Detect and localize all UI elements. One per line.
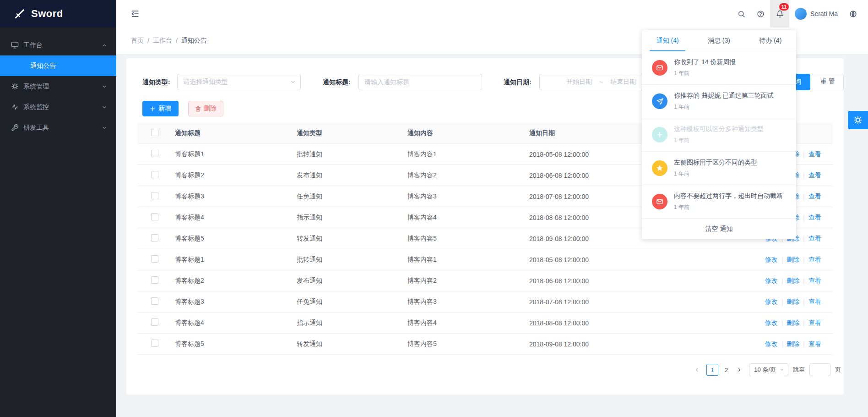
view-link[interactable]: 查看 (808, 171, 821, 180)
mail-icon (652, 60, 667, 76)
notification-time: 1 年前 (674, 137, 764, 144)
tab-notifications[interactable]: 通知 (4) (642, 30, 693, 51)
plus-icon (652, 127, 667, 143)
row-checkbox[interactable] (151, 276, 158, 284)
action-divider: | (803, 319, 805, 327)
row-checkbox[interactable] (151, 234, 158, 241)
row-checkbox[interactable] (151, 340, 158, 347)
delete-link[interactable]: 删除 (787, 298, 799, 306)
edit-link[interactable]: 修改 (765, 256, 778, 264)
row-checkbox[interactable] (151, 150, 158, 157)
view-link[interactable]: 查看 (808, 150, 821, 159)
jump-page-input[interactable] (809, 363, 830, 376)
cell-date: 2018-05-08 12:00:00 (529, 151, 657, 158)
cell-content: 博客内容5 (407, 340, 529, 348)
delete-link[interactable]: 删除 (787, 277, 799, 285)
notifications-button[interactable]: 11 (770, 0, 789, 27)
sidebar-item-system-monitor[interactable]: 系统监控 (0, 97, 116, 117)
theme-settings-button[interactable] (848, 111, 868, 129)
next-page-button[interactable] (734, 364, 744, 375)
view-link[interactable]: 查看 (808, 298, 821, 306)
notification-dropdown: 通知 (4) 消息 (3) 待办 (4) 你收到了 14 份新周报 1 年前 你… (642, 30, 796, 239)
view-link[interactable]: 查看 (808, 277, 821, 285)
breadcrumb-workbench[interactable]: 工作台 (153, 37, 172, 45)
view-link[interactable]: 查看 (808, 192, 821, 201)
row-checkbox[interactable] (151, 192, 158, 199)
edit-link[interactable]: 修改 (765, 298, 778, 306)
sidebar-item-notice[interactable]: 通知公告 (0, 55, 116, 76)
page-button-2[interactable]: 2 (723, 367, 730, 373)
add-button[interactable]: 新增 (142, 101, 179, 116)
notification-title: 你收到了 14 份新周报 (674, 58, 736, 66)
notification-title: 内容不要超过两行字，超出时自动截断 (674, 192, 783, 200)
notice-date-label: 通知日期: (504, 74, 532, 90)
edit-link[interactable]: 修改 (765, 277, 778, 285)
notification-item[interactable]: 左侧图标用于区分不同的类型 1 年前 (642, 152, 796, 185)
row-checkbox[interactable] (151, 255, 158, 263)
sidebar-item-system-manage[interactable]: 系统管理 (0, 76, 116, 97)
cell-content: 博客内容3 (407, 192, 529, 201)
sidebar-item-workbench[interactable]: 工作台 (0, 35, 116, 55)
view-link[interactable]: 查看 (808, 214, 821, 222)
star-icon (652, 160, 667, 176)
jump-label: 跳至 (793, 366, 805, 374)
sidebar-menu: 工作台 通知公告 系统管理 系统监控 (0, 27, 116, 138)
sidebar-item-dev-tools[interactable]: 研发工具 (0, 117, 116, 138)
user-menu[interactable]: Serati Ma (789, 0, 843, 27)
tab-messages[interactable]: 消息 (3) (693, 30, 744, 51)
column-header-date: 通知日期 (529, 129, 657, 137)
edit-link[interactable]: 修改 (765, 319, 778, 327)
view-link[interactable]: 查看 (808, 235, 821, 243)
view-link[interactable]: 查看 (808, 319, 821, 327)
app-logo[interactable]: Sword (0, 0, 116, 27)
view-link[interactable]: 查看 (808, 256, 821, 264)
notification-item-read[interactable]: 这种模板可以区分多种通知类型 1 年前 (642, 118, 796, 152)
row-checkbox[interactable] (151, 318, 158, 326)
cell-title: 博客标题2 (175, 277, 297, 285)
delete-link[interactable]: 删除 (787, 340, 799, 348)
breadcrumb-home[interactable]: 首页 (131, 37, 144, 45)
notification-item[interactable]: 内容不要超过两行字，超出时自动截断 1 年前 (642, 185, 796, 219)
delete-link[interactable]: 删除 (787, 319, 799, 327)
add-label: 新增 (158, 104, 171, 113)
row-checkbox[interactable] (151, 297, 158, 305)
clear-notifications-button[interactable]: 清空 通知 (642, 219, 796, 239)
table-row: 博客标题5 转发通知 博客内容5 2018-09-08 12:00:00 修改|… (137, 334, 833, 355)
sidebar-collapse-button[interactable] (127, 6, 143, 22)
row-checkbox[interactable] (151, 171, 158, 178)
language-button[interactable] (843, 0, 863, 27)
notice-type-label: 通知类型: (142, 74, 170, 90)
cell-type: 任免通知 (297, 298, 407, 306)
notice-title-input[interactable] (358, 74, 482, 90)
reset-button[interactable]: 重 置 (812, 74, 844, 90)
edit-link[interactable]: 修改 (765, 340, 778, 348)
page-button-1[interactable]: 1 (706, 364, 718, 376)
notification-item[interactable]: 你推荐的 曲妮妮 已通过第三轮面试 1 年前 (642, 85, 796, 118)
notice-type-select[interactable]: 请选择通知类型 (177, 74, 301, 90)
action-divider: | (781, 298, 783, 306)
action-divider: | (803, 277, 805, 285)
delete-button[interactable]: 删除 (188, 101, 223, 116)
cell-type: 任免通知 (297, 192, 407, 201)
action-divider: | (781, 319, 783, 327)
search-button[interactable] (732, 0, 751, 27)
page-size-select[interactable]: 10 条/页 (749, 363, 788, 376)
cell-title: 博客标题5 (175, 340, 297, 348)
prev-page-button[interactable] (692, 364, 702, 375)
cell-title: 博客标题5 (175, 235, 297, 243)
notification-item[interactable]: 你收到了 14 份新周报 1 年前 (642, 51, 796, 85)
cell-content: 博客内容1 (407, 256, 529, 264)
search-icon (738, 10, 745, 18)
cell-date: 2018-06-08 12:00:00 (529, 277, 657, 285)
tab-todos[interactable]: 待办 (4) (745, 30, 796, 51)
cell-type: 发布通知 (297, 171, 407, 180)
notification-badge: 11 (779, 3, 789, 11)
delete-link[interactable]: 删除 (787, 256, 799, 264)
select-all-checkbox[interactable] (151, 129, 158, 136)
notification-time: 1 年前 (674, 203, 783, 211)
view-link[interactable]: 查看 (808, 340, 821, 348)
cell-date: 2018-07-08 12:00:00 (529, 193, 657, 200)
cell-title: 博客标题4 (175, 214, 297, 222)
help-button[interactable] (751, 0, 770, 27)
row-checkbox[interactable] (151, 213, 158, 220)
